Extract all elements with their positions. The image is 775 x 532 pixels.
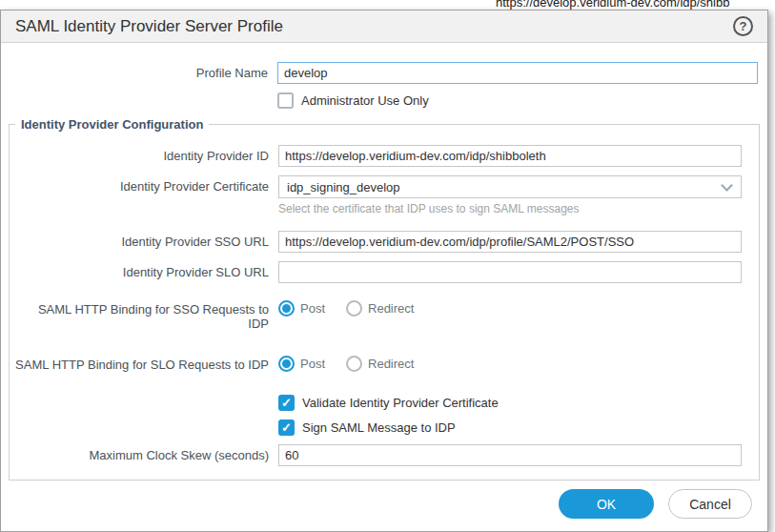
slo-url-row: Identity Provider SLO URL [10, 261, 751, 283]
sso-binding-post-label: Post [300, 301, 325, 316]
background-url-text: https://develop.veridium-dev.com/idp/shi… [496, 0, 729, 10]
idp-configuration-fieldset: Identity Provider Configuration Identity… [9, 117, 760, 481]
sign-message-row: Sign SAML Message to IDP [10, 419, 751, 436]
sign-message-checkbox[interactable] [278, 419, 295, 436]
dialog-form: Profile Name Administrator Use Only Iden… [1, 43, 767, 481]
idp-certificate-row: Identity Provider Certificate idp_signin… [10, 175, 751, 231]
slo-binding-post-label: Post [300, 357, 325, 371]
clock-skew-label: Maximum Clock Skew (seconds) [10, 444, 278, 462]
dialog-titlebar: SAML Identity Provider Server Profile ? [1, 10, 767, 43]
saml-idp-profile-dialog: SAML Identity Provider Server Profile ? … [0, 10, 768, 532]
profile-name-label: Profile Name [1, 62, 277, 80]
clock-skew-row: Maximum Clock Skew (seconds) [10, 444, 751, 466]
idp-id-label: Identity Provider ID [10, 145, 278, 163]
sso-binding-redirect-radio[interactable] [346, 300, 362, 317]
sso-binding-label: SAML HTTP Binding for SSO Requests to ID… [10, 298, 278, 331]
idp-certificate-value: idp_signing_develop [287, 180, 400, 194]
help-icon[interactable]: ? [733, 16, 753, 36]
sso-binding-redirect-label: Redirect [368, 301, 414, 316]
profile-name-row: Profile Name [1, 62, 767, 84]
idp-configuration-legend: Identity Provider Configuration [15, 117, 209, 132]
admin-only-row: Administrator Use Only [1, 92, 767, 109]
profile-name-input[interactable] [277, 62, 758, 84]
idp-id-row: Identity Provider ID [10, 145, 751, 167]
dialog-footer: OK Cancel [559, 489, 752, 519]
slo-binding-label: SAML HTTP Binding for SLO Requests to ID… [10, 354, 278, 372]
admin-only-label: Administrator Use Only [301, 93, 429, 108]
cancel-button[interactable]: Cancel [668, 489, 752, 519]
chevron-down-icon [721, 179, 733, 192]
idp-certificate-label: Identity Provider Certificate [10, 175, 278, 194]
sign-message-label: Sign SAML Message to IDP [302, 420, 456, 435]
validate-cert-row: Validate Identity Provider Certificate [10, 395, 751, 411]
dialog-title: SAML Identity Provider Server Profile [15, 17, 733, 36]
slo-binding-redirect-radio[interactable] [346, 356, 362, 372]
sso-binding-post-radio[interactable] [278, 300, 295, 317]
validate-cert-label: Validate Identity Provider Certificate [302, 396, 499, 410]
slo-url-label: Identity Provider SLO URL [10, 261, 278, 279]
page-background: https://develop.veridium-dev.com/idp/shi… [0, 0, 775, 10]
slo-binding-row: SAML HTTP Binding for SLO Requests to ID… [10, 354, 751, 372]
sso-url-input[interactable] [278, 231, 742, 253]
slo-binding-post-radio[interactable] [278, 356, 295, 372]
slo-url-input[interactable] [278, 261, 742, 283]
sso-binding-row: SAML HTTP Binding for SSO Requests to ID… [10, 298, 751, 331]
admin-only-checkbox[interactable] [277, 92, 294, 109]
idp-id-input[interactable] [278, 145, 742, 167]
slo-binding-redirect-label: Redirect [368, 357, 414, 371]
idp-certificate-dropdown[interactable]: idp_signing_develop [278, 175, 742, 198]
sso-url-row: Identity Provider SSO URL [10, 231, 751, 253]
ok-button[interactable]: OK [559, 489, 654, 519]
sso-url-label: Identity Provider SSO URL [10, 231, 278, 249]
idp-certificate-helper-text: Select the certificate that IDP uses to … [278, 202, 742, 215]
clock-skew-input[interactable] [278, 444, 742, 466]
validate-cert-checkbox[interactable] [278, 395, 295, 411]
